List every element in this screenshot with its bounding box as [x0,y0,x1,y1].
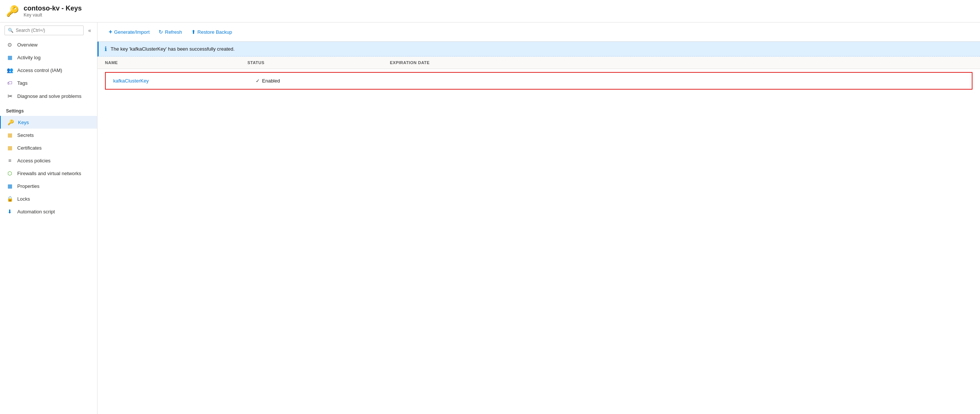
plus-icon: + [109,29,112,35]
certificates-icon: ▦ [6,145,13,151]
sidebar-item-properties[interactable]: ▦ Properties [0,180,97,193]
key-name-cell: kafkaClusterKey [113,78,256,84]
sidebar-item-access-policies-label: Access policies [17,158,51,164]
search-container: 🔍 [5,25,84,35]
sidebar-item-tags[interactable]: 🏷 Tags [0,76,97,89]
sidebar-item-keys[interactable]: 🔑 Keys [0,116,97,129]
search-input[interactable] [16,28,80,33]
restore-backup-label: Restore Backup [197,29,232,35]
sidebar: 🔍 « ⊙ Overview ▦ Activity log 👥 Access c… [0,22,97,414]
table-header: NAME STATUS EXPIRATION DATE [97,57,980,69]
refresh-label: Refresh [165,29,182,35]
overview-icon: ⊙ [6,41,13,48]
keys-icon: 🔑 [7,119,14,125]
sidebar-item-automation-label: Automation script [17,209,55,215]
automation-icon: ⬇ [6,209,13,215]
sidebar-item-access-control[interactable]: 👥 Access control (IAM) [0,64,97,76]
access-policies-icon: ≡ [6,158,13,164]
key-vault-icon: 🔑 [6,5,19,17]
activity-log-icon: ▦ [6,54,13,61]
sidebar-item-firewalls[interactable]: ⬡ Firewalls and virtual networks [0,167,97,180]
toolbar: + Generate/Import ↻ Refresh ⬇ Restore Ba… [97,22,980,41]
key-status-text: Enabled [262,78,280,84]
sidebar-item-diagnose-label: Diagnose and solve problems [17,93,81,99]
sidebar-item-keys-label: Keys [18,119,29,125]
info-bar: ℹ The key 'kafkaClusterKey' has been suc… [97,41,980,57]
locks-icon: 🔒 [6,196,13,202]
table-row[interactable]: kafkaClusterKey ✓ Enabled [105,72,972,90]
main-content: + Generate/Import ↻ Refresh ⬇ Restore Ba… [97,22,980,414]
diagnose-icon: ✂ [6,92,13,100]
sidebar-item-access-control-label: Access control (IAM) [17,67,62,73]
key-expiration-cell [398,78,964,84]
sidebar-item-secrets[interactable]: ▦ Secrets [0,129,97,142]
info-icon: ℹ [105,45,107,53]
page-header: 🔑 contoso-kv - Keys Key vault [0,0,980,22]
sidebar-item-certificates-label: Certificates [17,145,41,151]
sidebar-item-firewalls-label: Firewalls and virtual networks [17,170,81,176]
sidebar-item-overview[interactable]: ⊙ Overview [0,38,97,51]
settings-section-label: Settings [0,103,97,116]
tags-icon: 🏷 [6,80,13,86]
collapse-button[interactable]: « [87,26,92,35]
access-control-icon: 👥 [6,67,13,73]
firewalls-icon: ⬡ [6,170,13,176]
sidebar-item-access-policies[interactable]: ≡ Access policies [0,154,97,167]
sidebar-item-activity-log-label: Activity log [17,55,40,61]
restore-icon: ⬇ [191,29,196,35]
sidebar-item-locks[interactable]: 🔒 Locks [0,193,97,205]
secrets-icon: ▦ [6,132,13,138]
sidebar-item-overview-label: Overview [17,42,38,48]
sidebar-item-automation[interactable]: ⬇ Automation script [0,205,97,218]
restore-backup-button[interactable]: ⬇ Restore Backup [188,27,236,37]
sidebar-header: 🔍 « [0,22,97,38]
refresh-icon: ↻ [159,29,163,35]
sidebar-item-tags-label: Tags [17,80,27,86]
refresh-button[interactable]: ↻ Refresh [155,27,186,37]
sidebar-item-locks-label: Locks [17,196,30,202]
sidebar-item-certificates[interactable]: ▦ Certificates [0,142,97,154]
sidebar-item-activity-log[interactable]: ▦ Activity log [0,51,97,64]
generate-import-button[interactable]: + Generate/Import [105,26,153,38]
column-header-status: STATUS [247,61,390,65]
sidebar-item-properties-label: Properties [17,183,39,189]
generate-import-label: Generate/Import [114,29,150,35]
page-subtitle: Key vault [24,13,82,18]
sidebar-item-secrets-label: Secrets [17,132,34,138]
search-icon: 🔍 [8,28,13,33]
info-message: The key 'kafkaClusterKey' has been succe… [111,46,235,52]
check-icon: ✓ [256,78,260,84]
properties-icon: ▦ [6,183,13,189]
key-status-cell: ✓ Enabled [256,78,398,84]
page-title: contoso-kv - Keys [24,5,82,13]
main-layout: 🔍 « ⊙ Overview ▦ Activity log 👥 Access c… [0,22,980,414]
column-header-expiration: EXPIRATION DATE [390,61,972,65]
keys-table: NAME STATUS EXPIRATION DATE kafkaCluster… [97,57,980,90]
sidebar-item-diagnose[interactable]: ✂ Diagnose and solve problems [0,89,97,103]
column-header-name: NAME [105,61,247,65]
